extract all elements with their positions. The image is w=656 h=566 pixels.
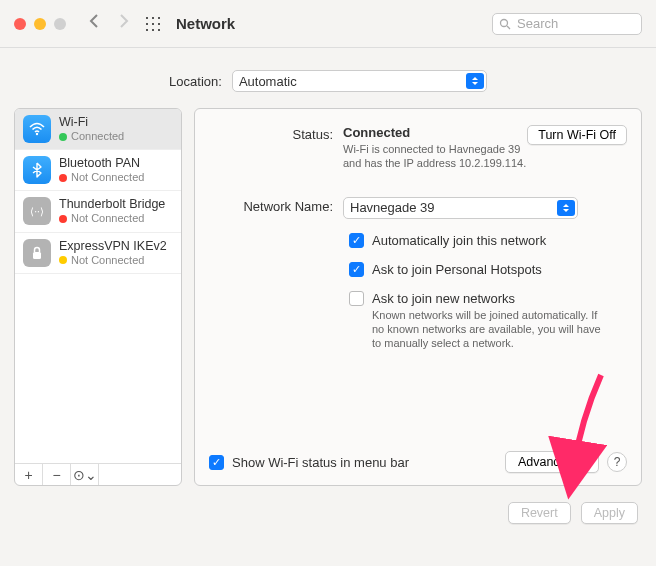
wifi-icon xyxy=(23,115,51,143)
location-select[interactable]: Automatic xyxy=(232,70,487,92)
show-status-label: Show Wi-Fi status in menu bar xyxy=(232,455,409,470)
minimize-window[interactable] xyxy=(34,18,46,30)
window-controls xyxy=(14,18,66,30)
search-placeholder: Search xyxy=(517,16,558,31)
network-name-select[interactable]: Havnegade 39 xyxy=(343,197,578,219)
status-dot-icon xyxy=(59,174,67,182)
ask-new-description: Known networks will be joined automatica… xyxy=(372,308,602,351)
svg-text:⟨∙∙⟩: ⟨∙∙⟩ xyxy=(30,206,44,217)
status-dot-icon xyxy=(59,256,67,264)
main: Wi-Fi Connected Bluetooth PAN Not Connec… xyxy=(0,108,656,486)
show-all-icon[interactable] xyxy=(144,15,162,33)
toolbar: Network Search xyxy=(0,0,656,48)
vpn-icon xyxy=(23,239,51,267)
sidebar-item-bluetooth[interactable]: Bluetooth PAN Not Connected xyxy=(15,150,181,191)
search-icon xyxy=(499,18,511,30)
page-footer: Revert Apply xyxy=(0,486,656,524)
advanced-button[interactable]: Advanced… xyxy=(505,451,599,473)
network-name-label: Network Name: xyxy=(209,197,333,219)
add-interface-button[interactable]: + xyxy=(15,464,43,485)
svg-line-1 xyxy=(507,26,510,29)
show-status-checkbox[interactable] xyxy=(209,455,224,470)
interface-list: Wi-Fi Connected Bluetooth PAN Not Connec… xyxy=(14,108,182,486)
ask-new-checkbox[interactable] xyxy=(349,291,364,306)
detail-panel: Status: Turn Wi-Fi Off Connected Wi-Fi i… xyxy=(194,108,642,486)
auto-join-checkbox[interactable] xyxy=(349,233,364,248)
sidebar-item-wifi[interactable]: Wi-Fi Connected xyxy=(15,109,181,150)
remove-interface-button[interactable]: − xyxy=(43,464,71,485)
location-value: Automatic xyxy=(239,74,297,89)
interface-actions-button[interactable]: ⊙⌄ xyxy=(71,464,99,485)
sidebar-item-label: Wi-Fi xyxy=(59,115,124,130)
svg-point-2 xyxy=(36,133,38,135)
window-title: Network xyxy=(176,15,235,32)
close-window[interactable] xyxy=(14,18,26,30)
status-dot-icon xyxy=(59,133,67,141)
sidebar-item-label: Thunderbolt Bridge xyxy=(59,197,165,212)
svg-point-0 xyxy=(501,19,508,26)
forward-button[interactable] xyxy=(114,11,134,36)
location-label: Location: xyxy=(169,74,222,89)
help-button[interactable]: ? xyxy=(607,452,627,472)
apply-button[interactable]: Apply xyxy=(581,502,638,524)
ask-hotspot-label: Ask to join Personal Hotspots xyxy=(372,262,542,277)
status-value: Connected xyxy=(343,125,410,140)
zoom-window[interactable] xyxy=(54,18,66,30)
auto-join-label: Automatically join this network xyxy=(372,233,546,248)
sidebar-item-thunderbolt[interactable]: ⟨∙∙⟩ Thunderbolt Bridge Not Connected xyxy=(15,191,181,232)
sidebar-footer: + − ⊙⌄ xyxy=(15,463,181,485)
location-row: Location: Automatic xyxy=(0,48,656,108)
search-input[interactable]: Search xyxy=(492,13,642,35)
dropdown-arrows-icon xyxy=(557,200,575,216)
toggle-wifi-button[interactable]: Turn Wi-Fi Off xyxy=(527,125,627,145)
sidebar-item-label: ExpressVPN IKEv2 xyxy=(59,239,167,254)
ask-hotspot-checkbox[interactable] xyxy=(349,262,364,277)
svg-rect-4 xyxy=(33,252,41,259)
network-name-value: Havnegade 39 xyxy=(350,200,435,215)
status-label: Status: xyxy=(209,125,333,171)
status-description: Wi-Fi is connected to Havnegade 39 and h… xyxy=(343,142,627,171)
revert-button[interactable]: Revert xyxy=(508,502,571,524)
sidebar-item-vpn[interactable]: ExpressVPN IKEv2 Not Connected xyxy=(15,233,181,274)
ask-new-label: Ask to join new networks xyxy=(372,291,515,306)
dropdown-arrows-icon xyxy=(466,73,484,89)
sidebar-item-label: Bluetooth PAN xyxy=(59,156,144,171)
status-dot-icon xyxy=(59,215,67,223)
bluetooth-icon xyxy=(23,156,51,184)
back-button[interactable] xyxy=(84,11,104,36)
thunderbolt-icon: ⟨∙∙⟩ xyxy=(23,197,51,225)
